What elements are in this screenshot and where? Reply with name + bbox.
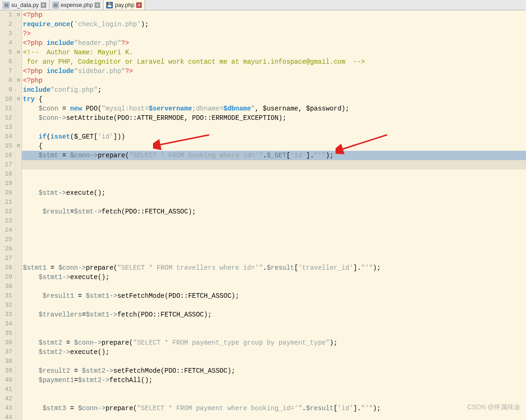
fold-marker <box>15 366 22 376</box>
fold-marker <box>15 385 22 394</box>
fold-marker <box>15 413 22 420</box>
fold-marker[interactable]: ⊟ <box>15 141 22 151</box>
fold-marker <box>15 376 22 385</box>
watermark: CSDN @终属殊途 <box>467 403 520 412</box>
fold-marker <box>15 216 22 226</box>
file-icon: ▤ <box>3 2 9 8</box>
fold-marker <box>15 329 22 338</box>
fold-marker <box>15 123 22 132</box>
tab-pay[interactable]: 💾 pay.php × <box>103 0 145 10</box>
code-area[interactable]: <?php require_once('check_login.php'); ?… <box>22 10 526 420</box>
line-number: 21 <box>0 198 12 207</box>
tab-expense[interactable]: ▤ expense.php × <box>50 0 104 10</box>
fold-marker <box>15 20 22 29</box>
line-number: 32 <box>0 301 12 310</box>
fold-marker <box>15 319 22 329</box>
fold-marker <box>15 160 22 169</box>
line-number: 3 <box>0 29 12 38</box>
tab-label: su_data.py <box>11 2 39 8</box>
save-icon: 💾 <box>106 2 113 8</box>
line-number: 30 <box>0 282 12 291</box>
close-icon[interactable]: × <box>41 2 46 8</box>
fold-marker <box>15 57 22 66</box>
line-number: 23 <box>0 216 12 226</box>
fold-marker <box>15 66 22 76</box>
line-number: 10 <box>0 95 12 104</box>
fold-marker <box>15 226 22 235</box>
fold-marker <box>15 338 22 347</box>
line-number: 15 <box>0 141 12 151</box>
fold-marker <box>15 29 22 38</box>
line-number: 27 <box>0 254 12 263</box>
line-number: 24 <box>0 226 12 235</box>
fold-marker <box>15 85 22 95</box>
line-number: 39 <box>0 366 12 376</box>
line-number: 40 <box>0 376 12 385</box>
line-number: 7 <box>0 66 12 76</box>
line-number: 20 <box>0 188 12 198</box>
fold-marker <box>15 188 22 198</box>
line-number: 26 <box>0 244 12 254</box>
fold-marker <box>15 169 22 179</box>
line-number: 28 <box>0 263 12 273</box>
tab-label: pay.php <box>115 2 134 8</box>
fold-marker[interactable]: ⊟ <box>15 95 22 104</box>
fold-column: ⊟⊟⊟⊟⊟ <box>15 10 22 420</box>
line-number: 19 <box>0 179 12 188</box>
file-icon: ▤ <box>52 2 59 8</box>
line-number: 25 <box>0 235 12 244</box>
line-number: 44 <box>0 413 12 420</box>
line-number: 18 <box>0 169 12 179</box>
fold-marker <box>15 394 22 404</box>
fold-marker <box>15 104 22 113</box>
line-number: 2 <box>0 20 12 29</box>
line-number: 13 <box>0 123 12 132</box>
fold-marker <box>15 179 22 188</box>
tab-su-data[interactable]: ▤ su_data.py × <box>0 0 50 10</box>
fold-marker <box>15 207 22 216</box>
fold-marker[interactable]: ⊟ <box>15 48 22 57</box>
fold-marker[interactable]: ⊟ <box>15 10 22 20</box>
fold-marker <box>15 38 22 48</box>
line-number: 41 <box>0 385 12 394</box>
fold-marker <box>15 310 22 319</box>
close-icon[interactable]: × <box>136 2 142 8</box>
line-number: 31 <box>0 291 12 301</box>
tab-label: expense.php <box>61 2 93 8</box>
fold-marker <box>15 404 22 413</box>
line-number: 12 <box>0 113 12 123</box>
fold-marker <box>15 291 22 301</box>
cursor-line <box>22 160 526 169</box>
line-number: 43 <box>0 404 12 413</box>
line-number: 14 <box>0 132 12 141</box>
fold-marker <box>15 254 22 263</box>
fold-marker <box>15 151 22 160</box>
close-icon[interactable]: × <box>95 2 100 8</box>
line-number: 9 <box>0 85 12 95</box>
line-number: 29 <box>0 273 12 282</box>
fold-marker <box>15 282 22 291</box>
fold-marker <box>15 357 22 366</box>
fold-marker <box>15 273 22 282</box>
line-number: 42 <box>0 394 12 404</box>
fold-marker <box>15 132 22 141</box>
line-number: 11 <box>0 104 12 113</box>
fold-marker <box>15 301 22 310</box>
fold-marker <box>15 113 22 123</box>
line-number-gutter: 1234567891011121314151617181920212223242… <box>0 10 15 420</box>
line-number: 17 <box>0 160 12 169</box>
line-number: 4 <box>0 38 12 48</box>
line-number: 33 <box>0 310 12 319</box>
fold-marker <box>15 347 22 357</box>
fold-marker <box>15 198 22 207</box>
fold-marker <box>15 263 22 273</box>
line-number: 5 <box>0 48 12 57</box>
line-number: 36 <box>0 338 12 347</box>
line-number: 8 <box>0 76 12 85</box>
line-number: 16 <box>0 151 12 160</box>
line-number: 6 <box>0 57 12 66</box>
line-number: 34 <box>0 319 12 329</box>
fold-marker[interactable]: ⊟ <box>15 76 22 85</box>
fold-marker <box>15 244 22 254</box>
line-number: 1 <box>0 10 12 20</box>
